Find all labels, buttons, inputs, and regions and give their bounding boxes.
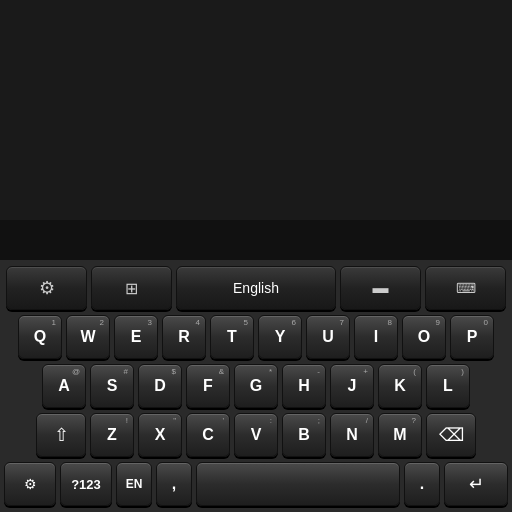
dot-button[interactable]: . — [404, 462, 440, 506]
key-x[interactable]: "X — [138, 413, 182, 457]
key-r[interactable]: 4R — [162, 315, 206, 359]
key-c[interactable]: 'C — [186, 413, 230, 457]
key-h[interactable]: -H — [282, 364, 326, 408]
key-j[interactable]: +J — [330, 364, 374, 408]
key-u[interactable]: 7U — [306, 315, 350, 359]
key-k[interactable]: (K — [378, 364, 422, 408]
key-m[interactable]: ?M — [378, 413, 422, 457]
num-switch-label: ?123 — [71, 478, 101, 491]
key-d[interactable]: $D — [138, 364, 182, 408]
keyboard: ⚙ ⊞ English ▬ ⌨ 1Q 2W 3E 4R 5T 6Y 7U 8I … — [0, 260, 512, 512]
row-bottom: ⚙ ?123 EN , . ↵ — [4, 462, 508, 506]
space-button[interactable] — [196, 462, 400, 506]
language-switch-button[interactable]: EN — [116, 462, 152, 506]
gear-icon: ⚙ — [39, 277, 55, 299]
key-n[interactable]: /N — [330, 413, 374, 457]
row-zxcv: ⇧ !Z "X 'C :V ;B /N ?M ⌫ — [4, 413, 508, 457]
backspace-button[interactable]: ⌫ — [426, 413, 476, 457]
enter-icon: ↵ — [469, 473, 484, 495]
key-o[interactable]: 9O — [402, 315, 446, 359]
gear-button[interactable]: ⚙ — [6, 266, 87, 310]
key-f[interactable]: &F — [186, 364, 230, 408]
key-i[interactable]: 8I — [354, 315, 398, 359]
key-l[interactable]: )L — [426, 364, 470, 408]
key-e[interactable]: 3E — [114, 315, 158, 359]
key-s[interactable]: #S — [90, 364, 134, 408]
row-asdf: @A #S $D &F *G -H +J (K )L — [4, 364, 508, 408]
key-z[interactable]: !Z — [90, 413, 134, 457]
shift-button[interactable]: ⇧ — [36, 413, 86, 457]
delete-toolbar-icon: ▬ — [373, 279, 389, 297]
toolbar-row: ⚙ ⊞ English ▬ ⌨ — [4, 266, 508, 310]
key-q[interactable]: 1Q — [18, 315, 62, 359]
clipboard-icon: ⊞ — [125, 279, 138, 298]
top-bar — [0, 220, 512, 260]
key-w[interactable]: 2W — [66, 315, 110, 359]
enter-button[interactable]: ↵ — [444, 462, 508, 506]
settings-button[interactable]: ⚙ — [4, 462, 56, 506]
row-qwerty: 1Q 2W 3E 4R 5T 6Y 7U 8I 9O 0P — [4, 315, 508, 359]
language-button[interactable]: English — [176, 266, 336, 310]
keyboard-toggle-icon: ⌨ — [456, 280, 476, 296]
num-switch-button[interactable]: ?123 — [60, 462, 112, 506]
keyboard-toggle-button[interactable]: ⌨ — [425, 266, 506, 310]
comma-button[interactable]: , — [156, 462, 192, 506]
dot-label: . — [420, 476, 424, 492]
key-g[interactable]: *G — [234, 364, 278, 408]
comma-label: , — [172, 476, 176, 492]
key-t[interactable]: 5T — [210, 315, 254, 359]
delete-toolbar-button[interactable]: ▬ — [340, 266, 421, 310]
language-label: English — [233, 280, 279, 296]
key-y[interactable]: 6Y — [258, 315, 302, 359]
clipboard-button[interactable]: ⊞ — [91, 266, 172, 310]
shift-icon: ⇧ — [54, 424, 69, 446]
key-a[interactable]: @A — [42, 364, 86, 408]
key-v[interactable]: :V — [234, 413, 278, 457]
backspace-icon: ⌫ — [439, 424, 464, 446]
space-label — [293, 477, 303, 491]
key-p[interactable]: 0P — [450, 315, 494, 359]
key-b[interactable]: ;B — [282, 413, 326, 457]
settings-icon: ⚙ — [24, 476, 37, 492]
language-switch-label: EN — [126, 478, 143, 490]
